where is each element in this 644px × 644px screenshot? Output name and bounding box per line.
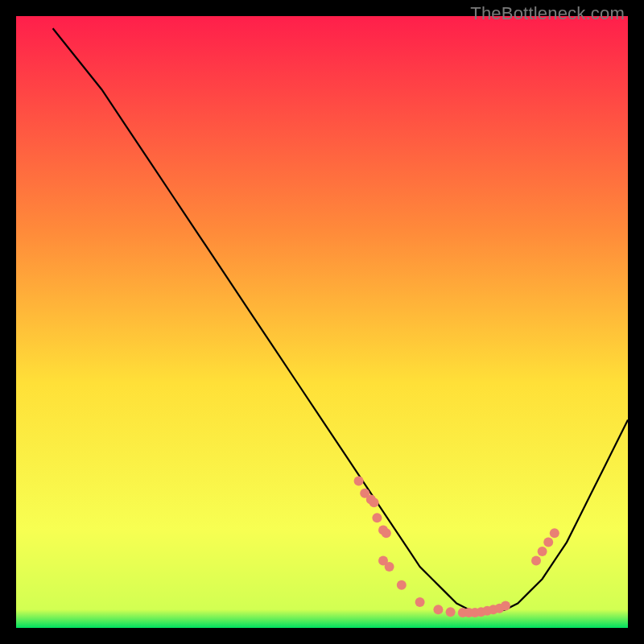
data-dot <box>415 597 425 607</box>
data-dot <box>538 547 547 556</box>
plot-area <box>16 16 628 628</box>
chart-frame <box>16 16 628 628</box>
data-dot <box>531 555 541 565</box>
data-dot <box>354 477 364 486</box>
data-dot <box>385 562 394 572</box>
data-dot <box>433 605 443 614</box>
data-dot <box>550 528 559 538</box>
data-dot <box>369 497 379 507</box>
data-dot <box>446 607 456 617</box>
data-dot <box>397 580 407 590</box>
data-dot <box>501 601 510 611</box>
data-dot <box>372 513 382 522</box>
watermark-text: TheBottleneck.com <box>470 3 625 24</box>
data-dot <box>382 528 391 538</box>
gradient-background <box>16 16 628 628</box>
bottleneck-chart <box>16 16 628 628</box>
data-dot <box>543 538 553 547</box>
